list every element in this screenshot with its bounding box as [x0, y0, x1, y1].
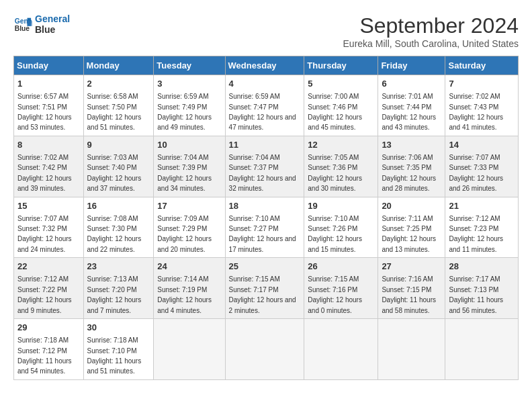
- day-number: 8: [17, 139, 80, 151]
- calendar-cell: 2Sunrise: 6:58 AMSunset: 7:50 PMDaylight…: [83, 75, 154, 136]
- day-number: 7: [449, 78, 515, 90]
- logo: General Blue General Blue: [13, 13, 70, 35]
- day-number: 5: [308, 78, 374, 90]
- calendar-cell: 6Sunrise: 7:01 AMSunset: 7:44 PMDaylight…: [378, 75, 445, 136]
- calendar-cell: 8Sunrise: 7:02 AMSunset: 7:42 PMDaylight…: [14, 136, 84, 197]
- calendar-cell: 9Sunrise: 7:03 AMSunset: 7:40 PMDaylight…: [83, 136, 154, 197]
- calendar-cell: 13Sunrise: 7:06 AMSunset: 7:35 PMDayligh…: [378, 136, 445, 197]
- day-number: 13: [382, 139, 441, 151]
- day-number: 24: [157, 261, 221, 273]
- header-sunday: Sunday: [14, 56, 84, 75]
- calendar-week-row: 1Sunrise: 6:57 AMSunset: 7:51 PMDaylight…: [14, 75, 519, 136]
- calendar-header-row: SundayMondayTuesdayWednesdayThursdayFrid…: [14, 56, 519, 75]
- calendar-cell: [378, 319, 445, 380]
- day-number: 15: [17, 200, 80, 212]
- calendar-week-row: 8Sunrise: 7:02 AMSunset: 7:42 PMDaylight…: [14, 136, 519, 197]
- calendar-cell: 25Sunrise: 7:15 AMSunset: 7:17 PMDayligh…: [225, 258, 304, 319]
- day-number: 9: [87, 139, 150, 151]
- day-number: 2: [87, 78, 150, 90]
- calendar-cell: [304, 319, 378, 380]
- calendar-cell: 4Sunrise: 6:59 AMSunset: 7:47 PMDaylight…: [225, 75, 304, 136]
- day-number: 10: [157, 139, 221, 151]
- day-number: 22: [17, 261, 80, 273]
- calendar-cell: 28Sunrise: 7:17 AMSunset: 7:13 PMDayligh…: [445, 258, 519, 319]
- day-number: 27: [382, 261, 441, 273]
- calendar-week-row: 15Sunrise: 7:07 AMSunset: 7:32 PMDayligh…: [14, 197, 519, 258]
- header-friday: Friday: [378, 56, 445, 75]
- page-subtitle: Eureka Mill, South Carolina, United Stat…: [343, 38, 519, 49]
- calendar-week-row: 29Sunrise: 7:18 AMSunset: 7:12 PMDayligh…: [14, 319, 519, 380]
- day-number: 17: [157, 200, 221, 212]
- calendar-cell: 30Sunrise: 7:18 AMSunset: 7:10 PMDayligh…: [83, 319, 154, 380]
- calendar-cell: 21Sunrise: 7:12 AMSunset: 7:23 PMDayligh…: [445, 197, 519, 258]
- calendar-cell: 26Sunrise: 7:15 AMSunset: 7:16 PMDayligh…: [304, 258, 378, 319]
- day-number: 29: [17, 322, 80, 334]
- day-number: 3: [157, 78, 221, 90]
- day-number: 12: [308, 139, 374, 151]
- day-number: 19: [308, 200, 374, 212]
- day-number: 30: [87, 322, 150, 334]
- day-number: 23: [87, 261, 150, 273]
- calendar-cell: 20Sunrise: 7:11 AMSunset: 7:25 PMDayligh…: [378, 197, 445, 258]
- page-title: September 2024: [343, 13, 519, 38]
- day-number: 1: [17, 78, 80, 90]
- day-number: 14: [449, 139, 515, 151]
- title-block: September 2024 Eureka Mill, South Caroli…: [343, 13, 519, 49]
- page-header: General Blue General Blue September 2024…: [13, 13, 519, 49]
- calendar-cell: 27Sunrise: 7:16 AMSunset: 7:15 PMDayligh…: [378, 258, 445, 319]
- day-number: 4: [229, 78, 301, 90]
- day-number: 11: [229, 139, 301, 151]
- day-number: 16: [87, 200, 150, 212]
- svg-marker-3: [28, 21, 32, 26]
- calendar-cell: 10Sunrise: 7:04 AMSunset: 7:39 PMDayligh…: [154, 136, 225, 197]
- calendar-cell: 29Sunrise: 7:18 AMSunset: 7:12 PMDayligh…: [14, 319, 84, 380]
- calendar-cell: 11Sunrise: 7:04 AMSunset: 7:37 PMDayligh…: [225, 136, 304, 197]
- calendar-cell: 19Sunrise: 7:10 AMSunset: 7:26 PMDayligh…: [304, 197, 378, 258]
- day-number: 6: [382, 78, 441, 90]
- calendar-cell: 22Sunrise: 7:12 AMSunset: 7:22 PMDayligh…: [14, 258, 84, 319]
- header-monday: Monday: [83, 56, 154, 75]
- calendar-cell: 7Sunrise: 7:02 AMSunset: 7:43 PMDaylight…: [445, 75, 519, 136]
- logo-line2: Blue: [35, 24, 70, 35]
- calendar-cell: 3Sunrise: 6:59 AMSunset: 7:49 PMDaylight…: [154, 75, 225, 136]
- header-wednesday: Wednesday: [225, 56, 304, 75]
- header-thursday: Thursday: [304, 56, 378, 75]
- calendar-cell: 1Sunrise: 6:57 AMSunset: 7:51 PMDaylight…: [14, 75, 84, 136]
- day-number: 20: [382, 200, 441, 212]
- logo-icon: General Blue: [13, 15, 32, 34]
- calendar-cell: 24Sunrise: 7:14 AMSunset: 7:19 PMDayligh…: [154, 258, 225, 319]
- calendar-cell: 14Sunrise: 7:07 AMSunset: 7:33 PMDayligh…: [445, 136, 519, 197]
- calendar-cell: 5Sunrise: 7:00 AMSunset: 7:46 PMDaylight…: [304, 75, 378, 136]
- logo-line1: General: [35, 13, 70, 24]
- calendar-week-row: 22Sunrise: 7:12 AMSunset: 7:22 PMDayligh…: [14, 258, 519, 319]
- header-tuesday: Tuesday: [154, 56, 225, 75]
- calendar-cell: [154, 319, 225, 380]
- calendar-cell: 18Sunrise: 7:10 AMSunset: 7:27 PMDayligh…: [225, 197, 304, 258]
- calendar-cell: [225, 319, 304, 380]
- day-number: 21: [449, 200, 515, 212]
- calendar-cell: [445, 319, 519, 380]
- header-saturday: Saturday: [445, 56, 519, 75]
- calendar-cell: 23Sunrise: 7:13 AMSunset: 7:20 PMDayligh…: [83, 258, 154, 319]
- calendar-cell: 16Sunrise: 7:08 AMSunset: 7:30 PMDayligh…: [83, 197, 154, 258]
- calendar-cell: 15Sunrise: 7:07 AMSunset: 7:32 PMDayligh…: [14, 197, 84, 258]
- calendar-cell: 12Sunrise: 7:05 AMSunset: 7:36 PMDayligh…: [304, 136, 378, 197]
- day-number: 18: [229, 200, 301, 212]
- day-number: 28: [449, 261, 515, 273]
- calendar-cell: 17Sunrise: 7:09 AMSunset: 7:29 PMDayligh…: [154, 197, 225, 258]
- calendar-table: SundayMondayTuesdayWednesdayThursdayFrid…: [13, 56, 519, 380]
- day-number: 25: [229, 261, 301, 273]
- svg-text:Blue: Blue: [15, 25, 30, 32]
- day-number: 26: [308, 261, 374, 273]
